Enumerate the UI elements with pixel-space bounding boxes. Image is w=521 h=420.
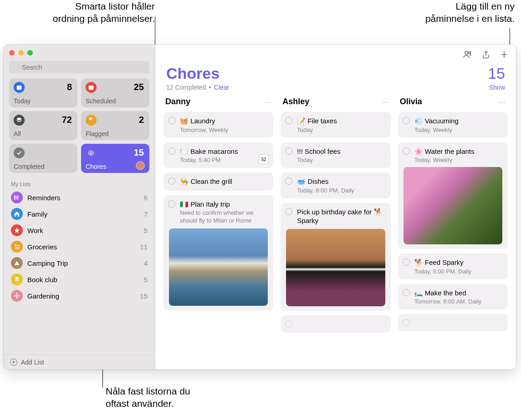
cart-icon [11, 241, 23, 253]
svg-point-20 [16, 297, 18, 299]
list-icon [11, 192, 23, 203]
reminder-card[interactable]: 📝 File taxesToday [281, 112, 390, 138]
complete-radio[interactable] [403, 258, 410, 266]
smart-label: Completed [14, 163, 45, 170]
smart-label: Flagged [86, 130, 109, 137]
complete-radio[interactable] [285, 177, 292, 185]
add-reminder-icon[interactable] [500, 50, 509, 59]
reminder-card[interactable]: !!! School feesToday [281, 142, 390, 168]
reminder-card[interactable]: Pick up birthday cake for 🐕 Sparky [281, 203, 390, 311]
reminder-subtitle: Today, 5:40 PM [180, 157, 268, 163]
reminder-card[interactable]: 🥣 DishesToday, 8:00 PM, Daily [281, 172, 390, 198]
smart-list-today[interactable]: 8Today [9, 78, 77, 107]
column-ashley: Ashley···📝 File taxesToday!!! School fee… [281, 96, 390, 365]
list-count: 15 [140, 292, 148, 300]
reminders-window: 8Today25Scheduled72All2FlaggedCompleted1… [4, 45, 516, 369]
column-more-button[interactable]: ··· [499, 98, 506, 106]
complete-radio[interactable] [168, 147, 175, 155]
show-button[interactable]: Show [489, 84, 505, 91]
complete-radio[interactable] [403, 117, 410, 124]
list-row-camping-trip[interactable]: Camping Trip4 [4, 255, 155, 271]
close-button[interactable] [9, 50, 15, 56]
chores-icon [86, 147, 97, 158]
plus-icon: + [10, 359, 17, 366]
svg-point-22 [18, 295, 20, 297]
complete-radio[interactable] [403, 289, 410, 296]
complete-radio[interactable] [285, 117, 292, 124]
list-title: Chores [166, 65, 488, 82]
smart-count: 25 [134, 82, 144, 92]
reminder-subtitle: Today, Weekly [414, 157, 502, 163]
separator: • [209, 83, 211, 91]
reminder-subtitle: Today, Weekly [414, 127, 502, 133]
list-row-work[interactable]: Work5 [4, 222, 155, 238]
smart-count: 2 [139, 115, 144, 125]
reminder-card[interactable]: 👨‍🍳 Clean the grill [163, 172, 273, 191]
new-reminder-placeholder[interactable] [281, 315, 390, 333]
list-name: Reminders [27, 194, 139, 202]
reminder-card[interactable]: 🌸 Water the plantsToday, Weekly [398, 142, 508, 249]
reminder-card[interactable]: 🧺 LaundryTomorrow, Weekly [163, 112, 273, 138]
reminder-title: 📝 File taxes [297, 116, 385, 126]
list-name: Camping Trip [27, 259, 139, 267]
smart-list-all[interactable]: 72All [9, 111, 77, 140]
minimize-button[interactable] [18, 50, 24, 56]
list-count: 4 [144, 259, 148, 267]
reminder-card[interactable]: 💨 VacuumingToday, Weekly [398, 112, 508, 138]
complete-radio[interactable] [403, 147, 410, 155]
reminder-title: 🍽️ Bake macarons [180, 147, 268, 156]
collaborate-icon[interactable] [462, 50, 472, 60]
search-input[interactable] [9, 61, 149, 74]
list-row-groceries[interactable]: Groceries11 [4, 238, 155, 255]
today-icon [14, 82, 25, 93]
list-row-family[interactable]: Family7 [4, 206, 155, 222]
reminder-title: 🥣 Dishes [297, 177, 385, 186]
reminder-title: 🌸 Water the plants [414, 147, 502, 156]
share-icon[interactable] [481, 50, 490, 59]
complete-radio[interactable] [285, 208, 292, 215]
reminder-card[interactable]: 🇮🇹 Plan Italy tripNeed to confirm whethe… [163, 195, 273, 310]
reminder-title: !!! School fees [297, 147, 385, 156]
smart-list-flagged[interactable]: 2Flagged [81, 111, 149, 140]
list-count: 15 [488, 65, 505, 82]
list-count: 11 [140, 243, 148, 251]
list-name: Gardening [27, 292, 135, 300]
reminder-note: Need to confirm whether we should fly to… [180, 209, 268, 225]
complete-radio[interactable] [285, 147, 292, 155]
complete-radio[interactable] [168, 177, 175, 185]
new-reminder-placeholder[interactable] [398, 314, 508, 331]
complete-radio[interactable] [168, 117, 175, 124]
smart-label: Chores [86, 163, 106, 170]
list-row-book-club[interactable]: Book club5 [4, 271, 155, 288]
tent-icon [11, 257, 23, 269]
reminder-card[interactable]: 🍽️ Bake macaronsToday, 5:40 PM52 [163, 142, 273, 168]
reminder-title: 🧺 Laundry [180, 116, 268, 126]
smart-count: 15 [134, 147, 144, 158]
smart-list-completed[interactable]: Completed [9, 144, 77, 173]
column-more-button[interactable]: ··· [382, 98, 389, 106]
main-content: Chores 15 12 Completed • Clear Show Dann… [155, 45, 516, 369]
list-count: 6 [144, 194, 148, 202]
complete-radio[interactable] [168, 200, 175, 207]
complete-radio [285, 320, 292, 328]
fullscreen-button[interactable] [27, 50, 33, 56]
all-icon [14, 115, 25, 126]
smart-list-chores[interactable]: 15Chores [81, 144, 149, 173]
add-list-label: Add List [21, 359, 44, 366]
complete-radio [403, 319, 410, 326]
list-name: Family [27, 210, 139, 218]
flagged-icon [86, 115, 97, 126]
column-more-button[interactable]: ··· [265, 98, 272, 106]
list-row-gardening[interactable]: Gardening15 [4, 288, 155, 304]
callout-add-reminder: Lägg till en nypåminnelse i en lista. [378, 0, 515, 25]
list-row-reminders[interactable]: Reminders6 [4, 189, 155, 206]
reminder-card[interactable]: 🛏️ Make the bedTomorrow, 8:00 AM, Daily [398, 284, 508, 310]
smart-list-scheduled[interactable]: 25Scheduled [81, 78, 149, 107]
svg-point-17 [18, 248, 19, 249]
clear-button[interactable]: Clear [214, 84, 229, 91]
svg-point-15 [14, 198, 15, 199]
add-list-button[interactable]: + Add List [4, 354, 155, 369]
reminder-title: 🛏️ Make the bed [414, 288, 502, 298]
smart-count: 8 [67, 82, 72, 92]
reminder-card[interactable]: 🐕 Feed SparkyToday, 5:00 PM, Daily [398, 253, 508, 279]
